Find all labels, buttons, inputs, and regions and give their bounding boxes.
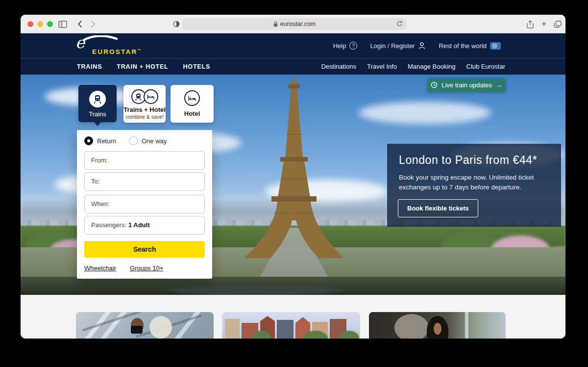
when-field[interactable]: When: [84, 195, 205, 213]
passengers-label: Passengers: [91, 221, 126, 229]
share-icon[interactable] [525, 19, 535, 29]
site-header: e EUROSTAR™ Help ? Login / Register Re [21, 33, 565, 58]
tab-hotel-label: Hotel [171, 110, 214, 117]
url-text: eurostar.com [280, 21, 316, 27]
tab-hotel[interactable]: Hotel [171, 85, 214, 123]
promo-title: London to Paris from €44* [399, 154, 549, 167]
card-station-image[interactable] [76, 312, 214, 339]
close-window-button[interactable] [27, 21, 33, 27]
sidebar-icon[interactable] [58, 19, 68, 29]
arrow-right-icon: → [496, 81, 502, 89]
eiffel-tower-image [225, 76, 363, 282]
passengers-value: 1 Adult [128, 221, 150, 229]
screenshot-stage: eurostar.com + e EUROSTAR™ [0, 0, 588, 367]
header-links: Help ? Login / Register Rest of the worl… [333, 33, 501, 58]
groups-link[interactable]: Groups 10+ [130, 264, 163, 272]
passengers-field[interactable]: Passengers: 1 Adult [84, 216, 205, 235]
one-way-label: One way [142, 137, 167, 145]
main-nav: TRAINS TRAIN + HOTEL HOTELS Destinations… [21, 58, 565, 75]
book-flexible-tickets-button[interactable]: Book flexible tickets [398, 199, 478, 217]
browser-window: eurostar.com + e EUROSTAR™ [21, 15, 565, 339]
tab-trains-label: Trains [78, 110, 117, 118]
nav-links: Destinations Travel Info Manage Booking … [321, 63, 505, 70]
lock-icon [273, 21, 278, 27]
forward-icon[interactable] [88, 19, 98, 29]
page-settings-icon[interactable] [172, 19, 181, 29]
promo-body: Book your spring escape now. Unlimited t… [399, 173, 556, 192]
new-tab-icon[interactable]: + [539, 19, 549, 29]
nav-item-travel-info[interactable]: Travel Info [367, 63, 397, 70]
card-amsterdam-image[interactable] [222, 312, 360, 339]
tab-trains-hotel-sublabel: combine & save! [123, 114, 166, 120]
from-field[interactable]: From: [84, 151, 205, 170]
help-icon: ? [349, 42, 357, 50]
card-train-window-image[interactable] [369, 312, 506, 339]
search-button[interactable]: Search [84, 241, 205, 258]
browser-toolbar: eurostar.com + [21, 15, 565, 33]
region-selector[interactable]: Rest of the world [439, 42, 501, 50]
booking-extra-links: Wheelchair Groups 10+ [84, 264, 163, 272]
address-bar[interactable]: eurostar.com [182, 18, 407, 30]
promo-panel: London to Paris from €44* Book your spri… [387, 144, 561, 227]
minimize-window-button[interactable] [37, 21, 43, 27]
svg-text:e: e [75, 35, 86, 50]
fountain-pond [168, 285, 344, 295]
nav-item-destinations[interactable]: Destinations [321, 63, 356, 70]
one-way-radio[interactable] [129, 136, 138, 145]
back-icon[interactable] [74, 19, 84, 29]
live-train-updates-button[interactable]: Live train updates → [427, 78, 506, 92]
nav-item-train-hotel[interactable]: TRAIN + HOTEL [117, 63, 168, 70]
booking-panel: Return One way From: To: When: Passenger… [77, 130, 212, 279]
wheelchair-link[interactable]: Wheelchair [84, 264, 116, 272]
trip-type-options: Return One way [84, 136, 167, 145]
logo-wordmark: EUROSTAR™ [92, 48, 141, 55]
nav-item-hotels[interactable]: HOTELS [183, 63, 211, 70]
region-flag-icon [490, 42, 501, 50]
clock-icon [431, 81, 438, 88]
to-field[interactable]: To: [84, 172, 205, 191]
tab-trains[interactable]: Trains [78, 85, 117, 122]
content-section [21, 295, 565, 339]
nav-item-club-eurostar[interactable]: Club Eurostar [466, 63, 505, 70]
user-icon [418, 42, 426, 50]
bed-icon [184, 90, 200, 106]
reload-icon[interactable] [396, 21, 403, 27]
login-register-link[interactable]: Login / Register [370, 42, 426, 50]
train-icon [89, 91, 106, 107]
nav-item-trains[interactable]: TRAINS [77, 63, 102, 70]
bed-icon [144, 89, 158, 104]
live-train-updates-label: Live train updates [441, 81, 492, 89]
nav-item-manage-booking[interactable]: Manage Booking [408, 63, 456, 70]
help-link[interactable]: Help ? [333, 42, 358, 50]
return-radio[interactable] [84, 136, 93, 145]
zoom-window-button[interactable] [47, 21, 53, 27]
tab-overview-icon[interactable] [553, 19, 563, 29]
eurostar-logo[interactable]: e EUROSTAR™ [75, 35, 149, 57]
return-label: Return [97, 137, 116, 145]
tab-trains-hotel-label: Trains + Hotel [123, 106, 166, 113]
tab-trains-hotel[interactable]: Trains + Hotel combine & save! [123, 85, 166, 123]
nav-products: TRAINS TRAIN + HOTEL HOTELS [77, 63, 210, 70]
